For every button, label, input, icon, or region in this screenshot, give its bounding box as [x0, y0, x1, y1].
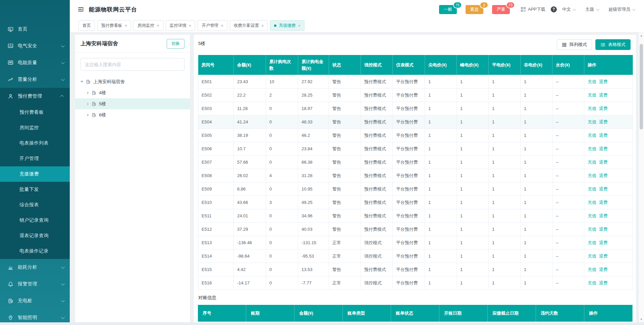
recharge-link[interactable]: 充值 — [588, 93, 596, 98]
refund-link[interactable]: 退费 — [599, 240, 608, 245]
recharge-link[interactable]: 充值 — [588, 240, 596, 245]
sidebar-subitem-2[interactable]: 电表操作列表 — [0, 136, 70, 151]
close-icon[interactable]: × — [261, 23, 264, 28]
tab-6[interactable]: 充值缴费× — [270, 20, 305, 31]
refund-link[interactable]: 退费 — [599, 106, 608, 111]
recharge-link[interactable]: 充值 — [588, 106, 596, 111]
close-icon[interactable]: × — [298, 23, 301, 28]
refund-link[interactable]: 退费 — [599, 280, 608, 285]
caret-right-icon[interactable] — [87, 103, 89, 105]
recharge-link[interactable]: 充值 — [588, 227, 596, 232]
recharge-link[interactable]: 充值 — [588, 119, 596, 124]
refund-link[interactable]: 退费 — [599, 160, 608, 165]
sidebar-subitem-7[interactable]: 销户记录查询 — [0, 213, 70, 228]
scroll-up-arrow[interactable]: ▲ — [639, 33, 644, 38]
sidebar-item-3[interactable]: 需量分析 — [0, 71, 70, 88]
theme-select[interactable]: 主题 — [585, 6, 598, 12]
recharge-link[interactable]: 充值 — [588, 254, 596, 259]
alarm-badge-0[interactable]: 一般75 — [439, 5, 457, 14]
refund-link[interactable]: 退费 — [599, 173, 608, 178]
tree-floor-2[interactable]: 6楼 — [75, 109, 190, 120]
refund-link[interactable]: 退费 — [599, 133, 608, 138]
table-row: E50610.7023.84警告预付费模式平台预付费1111--充值退费 — [198, 142, 633, 156]
refund-link[interactable]: 退费 — [599, 227, 608, 232]
refund-link[interactable]: 退费 — [599, 186, 608, 192]
close-icon[interactable]: × — [125, 23, 127, 28]
sidebar-subitem-3[interactable]: 开户管理 — [0, 151, 70, 166]
tab-1[interactable]: 预付费看板× — [97, 20, 131, 31]
view-mode-button-1[interactable]: 表格模式 — [595, 39, 631, 50]
tree-floor-1[interactable]: 5楼 — [75, 98, 190, 109]
refund-link[interactable]: 退费 — [599, 79, 608, 84]
sidebar-item-1[interactable]: 电气安全 — [0, 38, 70, 54]
sidebar: 首页电气安全电能质量需量分析预付费管理预付费看板房间监控电表操作列表开户管理充值… — [0, 0, 70, 325]
building-title: 上海安科瑞宿舍 — [80, 40, 118, 47]
refund-link[interactable]: 退费 — [599, 267, 608, 272]
close-icon[interactable]: × — [157, 23, 159, 28]
view-mode-button-0[interactable]: 阵列模式 — [557, 39, 592, 50]
caret-down-icon[interactable] — [80, 81, 83, 83]
alarm-badge-1[interactable]: 紧急3 — [466, 5, 483, 14]
sidebar-item-2[interactable]: 电能质量 — [0, 54, 70, 71]
sidebar-subitem-0[interactable]: 预付费看板 — [0, 105, 70, 120]
language-select[interactable]: 中文 — [562, 6, 575, 12]
alarm-badge-2[interactable]: 严重73 — [492, 5, 510, 14]
caret-right-icon[interactable] — [87, 92, 89, 94]
tab-5[interactable]: 收费方案设置× — [230, 20, 268, 31]
sidebar-subitem-5[interactable]: 批量下发 — [0, 182, 70, 197]
sidebar-item-0[interactable]: 首页 — [0, 21, 70, 38]
sidebar-item-4[interactable]: 预付费管理 — [0, 88, 70, 105]
refund-link[interactable]: 退费 — [599, 93, 608, 98]
sidebar-item-5[interactable]: 能耗分析 — [0, 259, 70, 276]
refund-link[interactable]: 退费 — [599, 213, 608, 218]
sidebar-subitem-1[interactable]: 房间监控 — [0, 120, 70, 136]
tree-floor-0[interactable]: 4楼 — [75, 87, 190, 98]
recharge-link[interactable]: 充值 — [588, 146, 596, 151]
table-cell: 1 — [521, 236, 552, 250]
active-tab-dot — [274, 24, 276, 27]
recharge-link[interactable]: 充值 — [588, 213, 596, 218]
collapse-menu-icon[interactable] — [78, 6, 84, 12]
vertical-scrollbar[interactable]: ▲ ▼ — [638, 33, 644, 322]
recharge-link[interactable]: 充值 — [588, 79, 596, 84]
close-icon[interactable]: × — [189, 23, 192, 28]
user-menu[interactable]: 超级管理员 — [608, 6, 635, 12]
table-cell: 1 — [457, 115, 489, 129]
table-row: E50826.02431.28警告预付费模式平台预付费1111--充值退费 — [198, 169, 633, 182]
refund-link[interactable]: 退费 — [599, 119, 608, 124]
recharge-link[interactable]: 充值 — [588, 280, 596, 285]
tree-node-root[interactable]: 上海安科瑞宿舍 — [75, 76, 190, 87]
refund-link[interactable]: 退费 — [599, 200, 608, 205]
sidebar-item-7[interactable]: 充电桩 — [0, 292, 70, 309]
recharge-link[interactable]: 充值 — [588, 133, 596, 138]
close-icon[interactable]: × — [221, 23, 223, 28]
refund-link[interactable]: 退费 — [599, 146, 608, 151]
sidebar-subitem-4[interactable]: 充值缴费 — [0, 166, 70, 182]
sidebar-item-label: 电气安全 — [18, 43, 61, 49]
recharge-link[interactable]: 充值 — [588, 267, 596, 272]
list-icon — [600, 42, 605, 47]
switch-button[interactable]: 切换 — [167, 39, 184, 49]
app-download-link[interactable]: APP下载 — [521, 6, 545, 12]
recharge-link[interactable]: 充值 — [588, 186, 596, 192]
help-icon[interactable]: ? — [551, 6, 557, 12]
tab-0[interactable]: 首页 — [78, 20, 95, 31]
recharge-link[interactable]: 充值 — [588, 160, 596, 165]
table-cell: 0 — [266, 263, 298, 276]
tab-4[interactable]: 开户管理× — [198, 20, 227, 31]
sidebar-subitem-6[interactable]: 综合报表 — [0, 197, 70, 213]
refund-link[interactable]: 退费 — [599, 254, 608, 259]
sidebar-item-6[interactable]: 报警管理 — [0, 276, 70, 292]
sidebar-subitem-label: 退表记录查询 — [19, 233, 49, 239]
sidebar-subitem-8[interactable]: 退表记录查询 — [0, 228, 70, 243]
scrollbar-thumb[interactable] — [640, 44, 643, 129]
recharge-link[interactable]: 充值 — [588, 173, 596, 178]
tab-2[interactable]: 房间监控× — [133, 20, 163, 31]
horizontal-scrollbar[interactable] — [0, 322, 644, 325]
recharge-link[interactable]: 充值 — [588, 200, 596, 205]
search-input[interactable] — [80, 58, 184, 71]
scroll-down-arrow[interactable]: ▼ — [639, 317, 644, 322]
sidebar-subitem-9[interactable]: 电表操作记录 — [0, 243, 70, 259]
caret-right-icon[interactable] — [87, 114, 89, 116]
tab-3[interactable]: 监控详情× — [166, 20, 196, 31]
